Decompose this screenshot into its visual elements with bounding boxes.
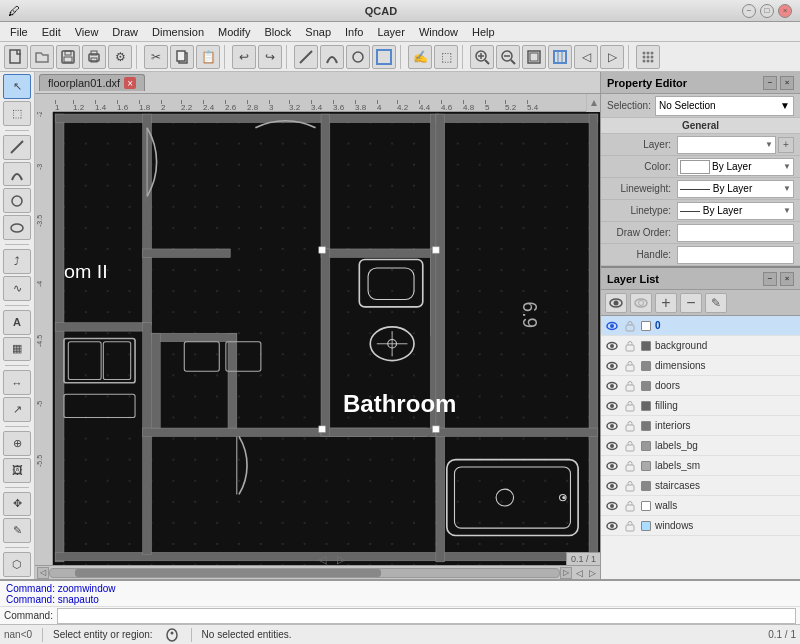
3d-view-button[interactable]: ⬡ <box>3 552 31 577</box>
nav-next[interactable]: ▷ <box>587 568 598 578</box>
paste-button[interactable]: 📋 <box>196 45 220 69</box>
layer-vis-labels-bg[interactable] <box>605 439 619 453</box>
measure-button[interactable]: ✍ <box>408 45 432 69</box>
layer-item-staircases[interactable]: staircases <box>601 476 800 496</box>
text-tool-button[interactable]: A <box>3 310 31 335</box>
property-editor-close[interactable]: × <box>780 76 794 90</box>
scroll-right-button[interactable]: ▷ <box>560 567 572 579</box>
lineweight-select[interactable]: ——— By Layer ▼ <box>677 180 794 198</box>
open-button[interactable] <box>30 45 54 69</box>
layer-list-minimize[interactable]: − <box>763 272 777 286</box>
menu-modify[interactable]: Modify <box>212 24 256 40</box>
command-input[interactable] <box>57 608 796 624</box>
circle-tool-button[interactable] <box>3 188 31 213</box>
zoom-out-button[interactable] <box>496 45 520 69</box>
menu-info[interactable]: Info <box>339 24 369 40</box>
layer-lock-labels-bg[interactable] <box>623 439 637 453</box>
layer-item-windows[interactable]: windows <box>601 516 800 536</box>
hscroll-thumb[interactable] <box>75 569 380 577</box>
minimize-button[interactable]: − <box>742 4 756 18</box>
snap-settings-button[interactable]: ✥ <box>3 492 31 517</box>
zoom-fit-button[interactable] <box>522 45 546 69</box>
draw-circle-button[interactable] <box>346 45 370 69</box>
spline-tool-button[interactable]: ∿ <box>3 276 31 301</box>
linetype-select[interactable]: —— By Layer ▼ <box>677 202 794 220</box>
close-tab-button[interactable]: × <box>124 77 136 89</box>
layer-list-buttons[interactable]: − × <box>763 272 794 286</box>
zoom-ext-button[interactable]: ▷ <box>600 45 624 69</box>
layer-vis-windows[interactable] <box>605 519 619 533</box>
menu-view[interactable]: View <box>69 24 105 40</box>
layer-add-button[interactable]: + <box>778 137 794 153</box>
line-tool-button[interactable] <box>3 135 31 160</box>
add-layer-button[interactable]: + <box>655 293 677 313</box>
edit-layer-button[interactable]: ✎ <box>705 293 727 313</box>
show-all-layers-button[interactable] <box>605 293 627 313</box>
menu-block[interactable]: Block <box>258 24 297 40</box>
layer-vis-walls[interactable] <box>605 499 619 513</box>
property-editor-buttons[interactable]: − × <box>763 76 794 90</box>
nav-prev[interactable]: ◁ <box>574 568 585 578</box>
draw-arc-button[interactable] <box>320 45 344 69</box>
layer-lock-staircases[interactable] <box>623 479 637 493</box>
layer-item-doors[interactable]: doors <box>601 376 800 396</box>
remove-layer-button[interactable]: − <box>680 293 702 313</box>
save-button[interactable] <box>56 45 80 69</box>
layer-lock-walls[interactable] <box>623 499 637 513</box>
hatch-tool-button[interactable]: ▦ <box>3 337 31 362</box>
layer-lock-windows[interactable] <box>623 519 637 533</box>
layer-lock-interiors[interactable] <box>623 419 637 433</box>
scroll-left-button[interactable]: ◁ <box>37 567 49 579</box>
document-tab[interactable]: floorplan01.dxf × <box>39 74 145 91</box>
properties-button[interactable]: ✎ <box>3 518 31 543</box>
canvas-wrapper[interactable]: Bathroom 6.9 om II l <box>53 112 600 565</box>
layer-item-labels-sm[interactable]: labels_sm <box>601 456 800 476</box>
layer-item-dimensions[interactable]: dimensions <box>601 356 800 376</box>
leader-tool-button[interactable]: ↗ <box>3 397 31 422</box>
layer-item-labels-bg[interactable]: labels_bg <box>601 436 800 456</box>
window-buttons[interactable]: − □ × <box>742 4 792 18</box>
zoom-in-button[interactable] <box>470 45 494 69</box>
layer-vis-interiors[interactable] <box>605 419 619 433</box>
dimension-tool-button[interactable]: ↔ <box>3 370 31 395</box>
print-button[interactable] <box>82 45 106 69</box>
layer-select[interactable]: ▼ <box>677 136 776 154</box>
color-select[interactable]: By Layer ▼ <box>677 158 794 176</box>
layer-item-interiors[interactable]: interiors <box>601 416 800 436</box>
layer-vis-doors[interactable] <box>605 379 619 393</box>
menu-help[interactable]: Help <box>466 24 501 40</box>
layer-vis-dimensions[interactable] <box>605 359 619 373</box>
redo-button[interactable]: ↪ <box>258 45 282 69</box>
undo-button[interactable]: ↩ <box>232 45 256 69</box>
new-button[interactable] <box>4 45 28 69</box>
zoom-window-button[interactable] <box>548 45 572 69</box>
menu-file[interactable]: File <box>4 24 34 40</box>
grid-button[interactable] <box>636 45 660 69</box>
settings-button[interactable]: ⚙ <box>108 45 132 69</box>
property-editor-minimize[interactable]: − <box>763 76 777 90</box>
layer-lock-labels-sm[interactable] <box>623 459 637 473</box>
layer-item-walls[interactable]: walls <box>601 496 800 516</box>
insert-image-button[interactable]: 🖼 <box>3 458 31 483</box>
insert-block-button[interactable]: ⊕ <box>3 431 31 456</box>
layer-vis-background[interactable] <box>605 339 619 353</box>
zoom-prev-button[interactable]: ◁ <box>574 45 598 69</box>
menu-dimension[interactable]: Dimension <box>146 24 210 40</box>
arc-tool-button[interactable] <box>3 162 31 187</box>
layer-lock-0[interactable] <box>623 319 637 333</box>
ellipse-tool-button[interactable] <box>3 215 31 240</box>
layer-vis-0[interactable] <box>605 319 619 333</box>
maximize-button[interactable]: □ <box>760 4 774 18</box>
layer-list-close[interactable]: × <box>780 272 794 286</box>
layer-vis-labels-sm[interactable] <box>605 459 619 473</box>
snap-button[interactable] <box>372 45 396 69</box>
menu-snap[interactable]: Snap <box>299 24 337 40</box>
handle-value[interactable] <box>677 246 794 264</box>
layer-lock-doors[interactable] <box>623 379 637 393</box>
cut-button[interactable]: ✂ <box>144 45 168 69</box>
layer-vis-filling[interactable] <box>605 399 619 413</box>
layer-item-0[interactable]: 0 <box>601 316 800 336</box>
layer-lock-dimensions[interactable] <box>623 359 637 373</box>
menu-window[interactable]: Window <box>413 24 464 40</box>
erase-button[interactable]: ⬚ <box>434 45 458 69</box>
